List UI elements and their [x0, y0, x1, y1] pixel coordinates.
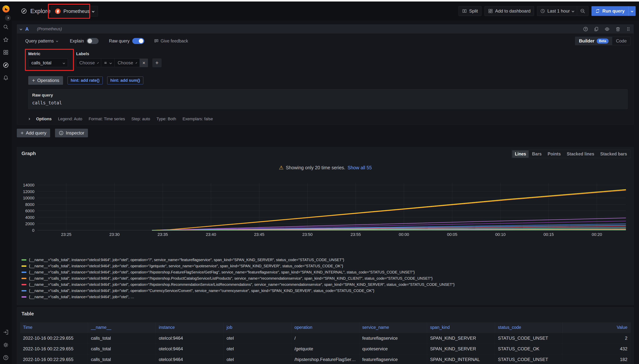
labels-field: Labels Choose = Cho — [76, 52, 162, 67]
add-to-dashboard-button[interactable]: Add to dashboard — [484, 6, 534, 16]
table-column-header[interactable]: job — [224, 322, 292, 333]
svg-text:23:40: 23:40 — [206, 232, 216, 237]
remove-label-button[interactable]: × — [140, 58, 148, 67]
table-panel-title: Table — [17, 308, 634, 317]
gear-icon — [3, 342, 8, 348]
code-label: Code — [616, 38, 627, 44]
svg-text:00:05: 00:05 — [447, 232, 457, 237]
chevron-down-icon — [572, 10, 574, 12]
sidebar-expand-button[interactable] — [4, 14, 11, 21]
bell-icon — [3, 75, 8, 80]
table-row: 2022-10-16 00:22:29.655calls_totalotelco… — [20, 333, 630, 344]
search-icon — [3, 24, 8, 30]
table-cell: SPAN_KIND_INTERNAL — [427, 354, 495, 364]
option-legend: Legend: Auto — [58, 116, 82, 122]
compass-icon — [21, 8, 27, 14]
label-value-select[interactable]: Choose — [115, 58, 140, 67]
split-label: Split — [469, 8, 478, 14]
datasource-picker[interactable]: Prometheus — [51, 6, 98, 16]
legend-item[interactable]: {__name__="calls_total", instance="otelc… — [22, 269, 632, 275]
grafana-logo-icon[interactable] — [2, 4, 10, 14]
help-circle-icon — [3, 355, 8, 360]
collapse-chevron-icon[interactable] — [20, 28, 22, 30]
query-row-header[interactable]: A (Prometheus) — [17, 24, 634, 34]
table-column-header[interactable]: __name__ — [88, 322, 156, 333]
legend-item[interactable]: {__name__="calls_total", instance="otelc… — [22, 282, 632, 288]
query-patterns-dropdown[interactable]: Query patterns — [25, 38, 58, 44]
sidebar-item-starred[interactable] — [0, 33, 12, 46]
sidebar-item-help[interactable] — [0, 351, 12, 364]
add-label-button[interactable]: + — [152, 58, 162, 67]
run-query-dropdown[interactable] — [628, 6, 636, 16]
options-title: Options — [36, 116, 52, 122]
hint-add-sum-button[interactable]: hint: add sum() — [107, 76, 143, 84]
graph-mode-points[interactable]: Points — [545, 150, 563, 158]
hide-query-eye-icon[interactable] — [604, 26, 610, 32]
graph-mode-stacked-bars[interactable]: Stacked bars — [598, 150, 630, 158]
table-column-header[interactable]: instance — [156, 322, 224, 333]
raw-query-toggle[interactable] — [132, 38, 144, 44]
table-cell: calls_total — [88, 354, 156, 364]
table-column-header[interactable]: Value — [563, 322, 630, 333]
svg-text:0: 0 — [32, 228, 34, 233]
legend-item[interactable]: {__name__="calls_total", instance="otelc… — [22, 263, 632, 269]
run-query-label: Run query — [602, 8, 624, 14]
add-to-dashboard-label: Add to dashboard — [495, 8, 530, 14]
plus-icon: + — [32, 78, 35, 84]
delete-query-trash-icon[interactable] — [616, 26, 620, 32]
table-column-header[interactable]: span_kind — [427, 322, 495, 333]
table-cell: 2 — [563, 333, 630, 344]
give-feedback-link[interactable]: Give feedback — [154, 38, 188, 44]
drag-handle-icon[interactable] — [626, 26, 630, 32]
add-operation-button[interactable]: + Operations — [28, 76, 63, 85]
sidebar-item-explore[interactable] — [0, 59, 12, 72]
time-range-picker[interactable]: Last 1 hour — [537, 6, 577, 16]
code-mode-tab[interactable]: Code — [612, 37, 630, 45]
query-options-row[interactable]: Options Legend: Auto Format: Time series… — [28, 113, 628, 122]
chart-area[interactable]: 0200040006000800010000120001400023:2523:… — [17, 181, 634, 237]
zoom-out-time-button[interactable] — [577, 6, 588, 16]
table-column-header[interactable]: status_code — [495, 322, 563, 333]
inspector-button[interactable]: Inspector — [55, 129, 88, 137]
legend-item[interactable]: {__name__="calls_total", instance="otelc… — [22, 275, 632, 282]
explain-toggle[interactable] — [86, 38, 98, 44]
sidebar-item-dashboards[interactable] — [0, 46, 12, 59]
run-query-button[interactable]: Run query — [592, 6, 636, 16]
legend-label: {__name__="calls_total", instance="otelc… — [29, 282, 454, 287]
graph-mode-bars[interactable]: Bars — [530, 150, 544, 158]
builder-mode-tab[interactable]: Builder Beta — [575, 37, 612, 45]
table-cell: 182 — [563, 354, 630, 364]
table-cell: 2022-10-16 00:22:29.655 — [20, 344, 88, 354]
table-column-header[interactable]: Time — [20, 322, 88, 333]
table-column-header[interactable]: service_name — [359, 322, 427, 333]
metric-select[interactable]: calls_total — [28, 58, 68, 67]
show-all-series-link[interactable]: Show all 55 — [348, 165, 372, 170]
options-expand-chevron-icon[interactable] — [28, 118, 30, 120]
sidebar-item-sign-in[interactable] — [0, 326, 12, 338]
metric-value: calls_total — [32, 60, 52, 66]
graph-mode-lines[interactable]: Lines — [512, 150, 529, 158]
add-query-button[interactable]: + Add query — [17, 129, 50, 137]
comment-icon — [154, 38, 159, 44]
duplicate-query-icon[interactable] — [594, 26, 599, 32]
raw-query-preview: Raw query calls_total — [28, 89, 628, 109]
split-button[interactable]: Split — [458, 6, 482, 16]
graph-mode-stacked-lines[interactable]: Stacked lines — [564, 150, 597, 158]
table-cell: 2022-10-16 00:22:29.655 — [20, 354, 88, 364]
legend-item[interactable]: {__name__="calls_total", instance="otelc… — [22, 288, 632, 294]
time-series-chart[interactable]: 0200040006000800010000120001400023:2523:… — [20, 181, 628, 237]
option-format: Format: Time series — [89, 116, 125, 122]
legend-item[interactable]: {__name__="calls_total", instance="otelc… — [22, 294, 632, 300]
sidebar-item-alerting[interactable] — [0, 72, 12, 84]
label-operator-select[interactable]: = — [101, 58, 115, 67]
table-cell: calls_total — [88, 333, 156, 344]
sidebar-item-configuration[interactable] — [0, 338, 12, 351]
legend-item[interactable]: {__name__="calls_total", instance="otelc… — [22, 257, 632, 263]
clock-icon — [540, 8, 545, 14]
query-help-icon[interactable] — [583, 26, 588, 32]
table-column-header[interactable]: operation — [291, 322, 359, 333]
sidebar-item-search[interactable] — [0, 20, 12, 33]
hint-add-rate-button[interactable]: hint: add rate() — [68, 76, 103, 84]
label-name-select[interactable]: Choose — [76, 58, 101, 67]
table-cell: quoteservice — [359, 344, 427, 354]
